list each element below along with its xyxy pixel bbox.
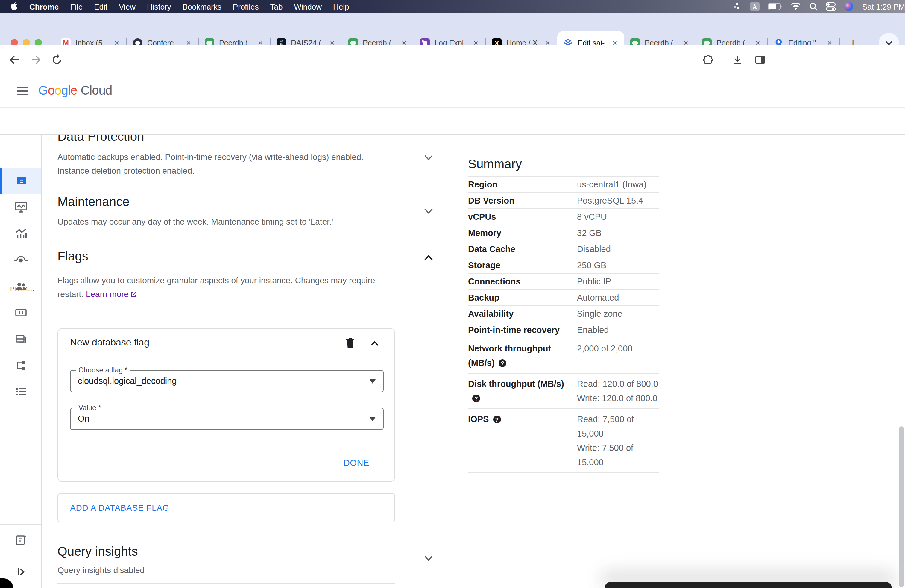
menubar-bookmarks[interactable]: Bookmarks xyxy=(183,2,221,11)
summary-row-storage: Storage 250 GB xyxy=(468,257,659,273)
menubar-edit[interactable]: Edit xyxy=(94,2,108,11)
menubar-view[interactable]: View xyxy=(119,2,136,11)
summary-row-network-throughput: Network throughput (MB/s) 2,000 of 2,000 xyxy=(468,338,659,373)
tree-icon xyxy=(14,359,27,372)
chrome-toolbar: console.cloud.google.com/sql/instances/s… xyxy=(0,45,905,75)
download-icon[interactable] xyxy=(730,53,745,67)
dropdown-caret-icon xyxy=(369,417,376,421)
help-icon[interactable] xyxy=(493,416,501,423)
stats-widget-icon[interactable] xyxy=(734,2,742,11)
summary-row-region: Region us-central1 (Iowa) xyxy=(468,176,659,193)
sidebar-item-backups[interactable] xyxy=(0,326,41,352)
external-link-icon xyxy=(130,291,137,297)
side-panel-icon[interactable] xyxy=(753,53,767,67)
siri-icon[interactable] xyxy=(844,2,854,11)
menubar-file[interactable]: File xyxy=(70,2,83,11)
menubar-window[interactable]: Window xyxy=(294,2,322,11)
expand-query-insights-icon[interactable] xyxy=(421,551,436,565)
users-icon xyxy=(13,280,28,293)
summary-row-data-cache: Data Cache Disabled xyxy=(468,241,659,257)
apple-menu-icon[interactable] xyxy=(11,2,19,11)
flag-value-value: On xyxy=(78,414,89,423)
back-icon[interactable] xyxy=(7,53,22,67)
section-title-maintenance: Maintenance xyxy=(57,195,130,209)
menubar-clock[interactable]: Sat 1:29 PM xyxy=(862,2,905,11)
menubar-help[interactable]: Help xyxy=(333,2,349,11)
summary-row-vcpus: vCPUs 8 vCPU xyxy=(468,209,659,225)
overview-icon xyxy=(15,174,28,188)
summary-title: Summary xyxy=(468,157,522,171)
macos-menubar: Chrome File Edit View History Bookmarks … xyxy=(0,0,905,13)
connections-icon xyxy=(13,253,28,267)
chart-line-bars-icon xyxy=(14,227,27,240)
menubar-profiles[interactable]: Profiles xyxy=(233,2,259,11)
spotlight-search-icon[interactable] xyxy=(810,2,818,11)
page-title-bar: Edit sai-peerdb-test xyxy=(0,108,905,135)
sidebar-item-databases[interactable] xyxy=(0,299,41,326)
sidebar-item-replicas[interactable] xyxy=(0,352,41,378)
pip-video-bar[interactable] xyxy=(605,582,892,588)
databases-icon xyxy=(14,306,27,319)
maintenance-summary: Updates may occur any day of the week. M… xyxy=(57,215,387,229)
screen: Chrome File Edit View History Bookmarks … xyxy=(0,0,905,588)
menubar-history[interactable]: History xyxy=(147,2,171,11)
left-nav: PRIM... xyxy=(0,135,42,588)
choose-flag-value: cloudsql.logical_decoding xyxy=(78,376,177,386)
summary-row-memory: Memory 32 GB xyxy=(468,225,659,241)
menubar-app-name[interactable]: Chrome xyxy=(29,2,59,11)
choose-flag-label: Choose a flag * xyxy=(76,366,130,374)
collapse-flags-icon[interactable] xyxy=(421,251,436,265)
sidebar-item-query-insights[interactable] xyxy=(0,220,41,247)
learn-more-link[interactable]: Learn more xyxy=(86,289,129,299)
summary-table: Region us-central1 (Iowa) DB Version Pos… xyxy=(468,176,659,473)
app-a-icon[interactable] xyxy=(750,2,760,11)
release-notes-icon xyxy=(14,534,27,547)
done-button[interactable]: DONE xyxy=(344,458,369,468)
summary-row-pitr: Point-in-time recovery Enabled xyxy=(468,322,659,338)
data-protection-summary: Automatic backups enabled. Point-in-time… xyxy=(57,150,387,177)
chrome-tabstrip: M Inbox (5 Confere Peerdb ( DAIS DAIS24 … xyxy=(0,13,905,45)
sidebar-item-operations[interactable] xyxy=(0,378,41,405)
divider xyxy=(57,230,395,231)
flags-description: Flags allow you to customize granular as… xyxy=(57,273,384,300)
reload-icon[interactable] xyxy=(50,53,64,67)
divider xyxy=(57,535,395,535)
choose-flag-select[interactable]: Choose a flag * cloudsql.logical_decodin… xyxy=(70,370,384,392)
collapse-flag-card-icon[interactable] xyxy=(368,337,381,350)
new-flag-card: New database flag Choose a flag * clouds… xyxy=(57,328,395,482)
battery-icon[interactable] xyxy=(768,3,783,10)
forward-icon[interactable] xyxy=(29,53,43,67)
control-center-icon[interactable] xyxy=(826,2,836,11)
sidebar-item-connections[interactable] xyxy=(0,247,41,273)
summary-row-disk-throughput: Disk throughput (MB/s) Read: 120.0 of 80… xyxy=(468,373,659,409)
nav-menu-icon[interactable] xyxy=(16,84,30,99)
summary-row-connections: Connections Public IP xyxy=(468,273,659,290)
help-icon[interactable] xyxy=(472,394,480,402)
google-cloud-logo[interactable]: Google Cloud xyxy=(38,83,112,98)
section-title-flags: Flags xyxy=(57,249,88,264)
main-content: Data Protection Automatic backups enable… xyxy=(42,135,905,588)
section-title-data-protection: Data Protection xyxy=(57,135,144,144)
expand-maintenance-icon[interactable] xyxy=(421,203,436,218)
monitor-chart-icon xyxy=(14,200,27,214)
delete-flag-icon[interactable] xyxy=(344,337,356,350)
sidebar-item-release-notes[interactable] xyxy=(0,527,41,553)
dropdown-caret-icon xyxy=(369,379,376,384)
sidebar-item-overview[interactable] xyxy=(0,168,41,194)
query-insights-status: Query insights disabled xyxy=(57,563,144,577)
flag-value-select[interactable]: Value * On xyxy=(70,408,384,430)
add-database-flag-button[interactable]: ADD A DATABASE FLAG xyxy=(57,493,395,522)
expand-data-protection-icon[interactable] xyxy=(421,150,436,165)
flag-value-label: Value * xyxy=(76,404,103,412)
extensions-icon[interactable] xyxy=(700,53,714,67)
summary-row-db-version: DB Version PostgreSQL 15.4 xyxy=(468,193,659,209)
sidebar-item-system-insights[interactable] xyxy=(0,194,41,220)
gcp-header: Google Cloud test Search (/) for resourc… xyxy=(0,75,905,108)
sidebar-item-users[interactable] xyxy=(0,273,41,299)
list-icon xyxy=(14,385,27,398)
menubar-tab[interactable]: Tab xyxy=(270,2,283,11)
vertical-scrollbar[interactable] xyxy=(899,426,904,587)
help-icon[interactable] xyxy=(499,359,506,367)
wifi-icon[interactable] xyxy=(791,3,801,11)
divider xyxy=(57,583,395,584)
